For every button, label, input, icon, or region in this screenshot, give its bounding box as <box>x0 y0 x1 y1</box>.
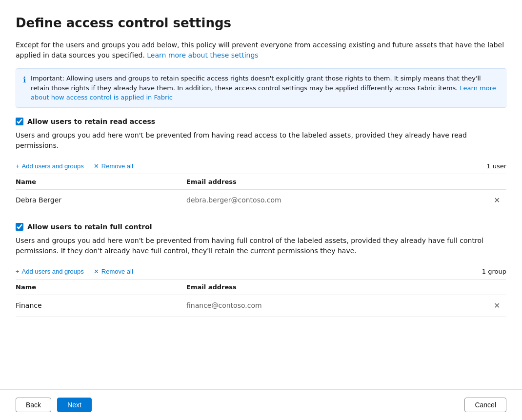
full-control-count: 1 group <box>482 268 506 275</box>
full-control-description: Users and groups you add here won't be p… <box>16 236 506 256</box>
full-control-checkbox[interactable] <box>16 223 23 231</box>
remove-all-icon-2: ✕ <box>94 268 99 275</box>
footer: Back Next Cancel <box>0 389 522 420</box>
table-row: Finance finance@contoso.com ✕ <box>16 295 506 317</box>
full-control-col-name: Name <box>16 283 186 291</box>
read-access-description: Users and groups you add here won't be p… <box>16 130 506 151</box>
full-control-table-header: Name Email address <box>16 280 506 295</box>
read-access-user-name: Debra Berger <box>16 196 186 204</box>
read-access-section: Allow users to retain read access Users … <box>16 118 506 211</box>
read-access-table-header: Name Email address <box>16 174 506 190</box>
full-control-group-name: Finance <box>16 301 186 309</box>
read-access-checkbox-row: Allow users to retain read access <box>16 118 506 125</box>
read-access-col-name: Name <box>16 178 186 185</box>
read-access-remove-all-button[interactable]: ✕ Remove all <box>94 162 133 170</box>
table-row: Debra Berger debra.berger@contoso.com ✕ <box>16 190 506 211</box>
full-control-remove-all-button[interactable]: ✕ Remove all <box>94 268 133 275</box>
read-access-user-email: debra.berger@contoso.com <box>186 196 487 204</box>
remove-all-icon: ✕ <box>94 162 99 170</box>
learn-more-link[interactable]: Learn more about these settings <box>147 51 258 59</box>
footer-left: Back Next <box>16 398 92 412</box>
add-icon: + <box>16 162 20 170</box>
full-control-section: Allow users to retain full control Users… <box>16 223 506 317</box>
read-access-add-button[interactable]: + Add users and groups <box>16 162 84 170</box>
full-control-label: Allow users to retain full control <box>27 223 152 231</box>
full-control-toolbar-left: + Add users and groups ✕ Remove all <box>16 268 133 275</box>
full-control-group-email: finance@contoso.com <box>186 301 487 309</box>
add-icon-2: + <box>16 268 20 275</box>
cancel-button[interactable]: Cancel <box>464 398 506 412</box>
read-access-toolbar: + Add users and groups ✕ Remove all 1 us… <box>16 159 506 174</box>
page-description: Except for the users and groups you add … <box>16 40 506 60</box>
full-control-checkbox-row: Allow users to retain full control <box>16 223 506 231</box>
read-access-col-email: Email address <box>186 178 487 185</box>
read-access-toolbar-left: + Add users and groups ✕ Remove all <box>16 162 133 170</box>
full-control-toolbar: + Add users and groups ✕ Remove all 1 gr… <box>16 264 506 280</box>
page-title: Define access control settings <box>16 16 506 30</box>
next-button[interactable]: Next <box>57 398 92 412</box>
info-box: ℹ Important: Allowing users and groups t… <box>16 68 506 108</box>
read-access-remove-user-button[interactable]: ✕ <box>487 195 506 206</box>
read-access-checkbox[interactable] <box>16 118 23 125</box>
full-control-add-button[interactable]: + Add users and groups <box>16 268 84 275</box>
full-control-col-email: Email address <box>186 283 487 291</box>
read-access-count: 1 user <box>486 162 506 170</box>
read-access-label: Allow users to retain read access <box>27 118 155 125</box>
info-box-text: Important: Allowing users and groups to … <box>31 74 499 102</box>
full-control-remove-group-button[interactable]: ✕ <box>487 300 506 311</box>
back-button[interactable]: Back <box>16 398 51 412</box>
info-icon: ℹ <box>23 74 26 102</box>
